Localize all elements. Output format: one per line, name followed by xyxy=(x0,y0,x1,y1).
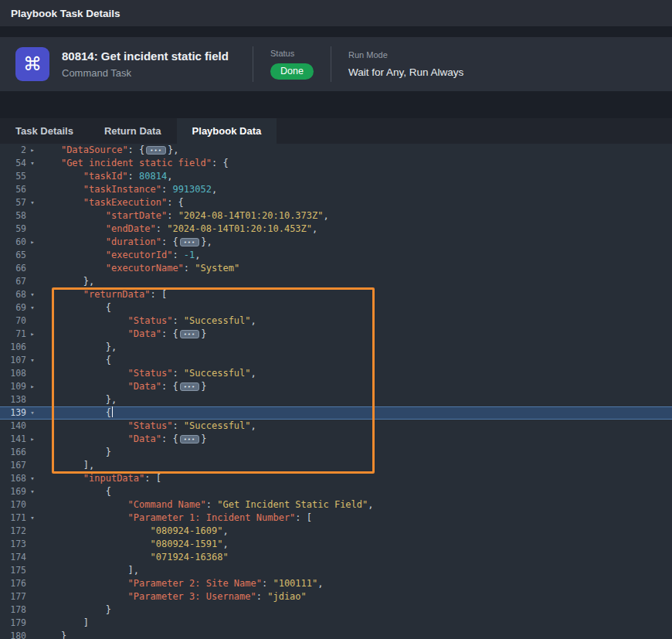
line-number: 109 xyxy=(0,380,26,393)
fold-toggle-icon[interactable]: ▾ xyxy=(26,157,39,170)
code-line-179[interactable]: 179 ] xyxy=(0,617,672,630)
line-number: 68 xyxy=(0,288,26,301)
code-line-138[interactable]: 138 }, xyxy=(0,393,672,406)
collapsed-region-badge[interactable]: ••• xyxy=(146,146,166,155)
status-section: Status Done xyxy=(270,49,314,80)
line-number: 71 xyxy=(0,328,26,341)
code-line-58[interactable]: 58 "startDate": "2024-08-14T01:20:10.373… xyxy=(0,209,672,223)
line-text: }, xyxy=(39,341,672,354)
line-number: 69 xyxy=(0,301,26,314)
line-number: 54 xyxy=(0,157,26,170)
line-number: 169 xyxy=(0,485,26,498)
code-line-176[interactable]: 176 "Parameter 2: Site Name": "100111", xyxy=(0,577,672,590)
line-text: "Get incident static field": { xyxy=(39,157,672,170)
code-line-60[interactable]: 60▸ "duration": {•••}, xyxy=(0,236,672,249)
line-text: "Status": "Successful", xyxy=(39,314,672,328)
code-line-173[interactable]: 173 "080924-1591", xyxy=(0,538,672,551)
line-text: "080924-1609", xyxy=(39,525,672,538)
status-label: Status xyxy=(270,49,314,58)
line-text: "080924-1591", xyxy=(39,538,672,551)
code-line-67[interactable]: 67 }, xyxy=(0,275,672,288)
line-number: 141 xyxy=(0,433,26,446)
fold-spacer xyxy=(26,630,39,639)
code-line-177[interactable]: 177 "Parameter 3: Username": "jdiao" xyxy=(0,590,672,603)
code-line-166[interactable]: 166 } xyxy=(0,446,672,459)
fold-toggle-icon[interactable]: ▾ xyxy=(26,472,39,485)
fold-toggle-icon[interactable]: ▾ xyxy=(26,196,39,209)
fold-toggle-icon[interactable]: ▾ xyxy=(26,512,39,525)
command-task-icon: ⌘ xyxy=(15,47,49,81)
json-editor[interactable]: 2▸ "DataSource": {•••},54▾ "Get incident… xyxy=(0,144,672,639)
task-type-label: Command Task xyxy=(62,67,236,79)
fold-toggle-icon[interactable]: ▾ xyxy=(26,406,39,420)
fold-toggle-icon[interactable]: ▾ xyxy=(26,301,39,314)
code-line-70[interactable]: 70 "Status": "Successful", xyxy=(0,314,672,328)
task-title: 80814: Get incident static field xyxy=(62,49,236,63)
line-number: 107 xyxy=(0,354,26,367)
code-line-109[interactable]: 109▸ "Data": {•••} xyxy=(0,380,672,393)
code-line-172[interactable]: 172 "080924-1609", xyxy=(0,525,672,538)
code-line-68[interactable]: 68▾ "returnData": [ xyxy=(0,288,672,301)
code-line-171[interactable]: 171▾ "Parameter 1: Incident Number": [ xyxy=(0,512,672,525)
fold-toggle-icon[interactable]: ▸ xyxy=(26,433,39,446)
fold-spacer xyxy=(26,590,39,603)
code-line-178[interactable]: 178 } xyxy=(0,603,672,617)
fold-toggle-icon[interactable]: ▾ xyxy=(26,354,39,367)
collapsed-region-badge[interactable]: ••• xyxy=(180,435,200,444)
line-number: 70 xyxy=(0,314,26,328)
line-text: ], xyxy=(39,564,672,577)
line-number: 138 xyxy=(0,393,26,406)
code-line-168[interactable]: 168▾ "inputData": [ xyxy=(0,472,672,485)
divider xyxy=(331,46,331,82)
code-line-2[interactable]: 2▸ "DataSource": {•••}, xyxy=(0,144,672,157)
code-line-170[interactable]: 170 "Command Name": "Get Incident Static… xyxy=(0,498,672,512)
code-line-65[interactable]: 65 "executorId": -1, xyxy=(0,249,672,262)
collapsed-region-badge[interactable]: ••• xyxy=(180,238,200,246)
line-text: "Parameter 2: Site Name": "100111", xyxy=(39,577,672,590)
code-line-57[interactable]: 57▾ "taskExecution": { xyxy=(0,196,672,209)
fold-toggle-icon[interactable]: ▸ xyxy=(26,144,39,157)
fold-spacer xyxy=(26,223,39,236)
code-line-56[interactable]: 56 "taskInstance": 9913052, xyxy=(0,183,672,196)
code-lines: 2▸ "DataSource": {•••},54▾ "Get incident… xyxy=(0,144,672,639)
code-line-139[interactable]: 139▾ { xyxy=(0,406,672,420)
line-text: "startDate": "2024-08-14T01:20:10.373Z", xyxy=(39,209,672,223)
code-line-107[interactable]: 107▾ { xyxy=(0,354,672,367)
code-line-169[interactable]: 169▾ { xyxy=(0,485,672,498)
code-line-55[interactable]: 55 "taskId": 80814, xyxy=(0,170,672,183)
code-line-141[interactable]: 141▸ "Data": {•••} xyxy=(0,433,672,446)
fold-toggle-icon[interactable]: ▾ xyxy=(26,288,39,301)
code-line-106[interactable]: 106 }, xyxy=(0,341,672,354)
page-title: Playbook Task Details xyxy=(11,8,120,19)
code-line-175[interactable]: 175 ], xyxy=(0,564,672,577)
line-text: }, xyxy=(39,275,672,288)
fold-spacer xyxy=(26,249,39,262)
code-line-71[interactable]: 71▸ "Data": {•••} xyxy=(0,328,672,341)
code-line-54[interactable]: 54▾ "Get incident static field": { xyxy=(0,157,672,170)
code-line-69[interactable]: 69▾ { xyxy=(0,301,672,314)
task-title-block: 80814: Get incident static field Command… xyxy=(62,49,236,79)
line-text: } xyxy=(39,603,672,617)
code-line-66[interactable]: 66 "executorName": "System" xyxy=(0,262,672,275)
line-number: 180 xyxy=(0,630,26,639)
fold-spacer xyxy=(26,393,39,406)
collapsed-region-badge[interactable]: ••• xyxy=(180,382,200,391)
code-line-167[interactable]: 167 ], xyxy=(0,459,672,472)
tab-return-data[interactable]: Return Data xyxy=(89,118,177,144)
code-line-59[interactable]: 59 "endDate": "2024-08-14T01:20:10.453Z"… xyxy=(0,223,672,236)
collapsed-region-badge[interactable]: ••• xyxy=(180,330,200,338)
fold-toggle-icon[interactable]: ▸ xyxy=(26,380,39,393)
tab-playbook-data[interactable]: Playbook Data xyxy=(177,118,277,144)
tab-task-details[interactable]: Task Details xyxy=(0,118,89,144)
fold-toggle-icon[interactable]: ▾ xyxy=(26,485,39,498)
code-line-174[interactable]: 174 "071924-16368" xyxy=(0,551,672,564)
fold-toggle-icon[interactable]: ▸ xyxy=(26,328,39,341)
fold-toggle-icon[interactable]: ▸ xyxy=(26,236,39,249)
line-text: { xyxy=(39,485,672,498)
code-line-180[interactable]: 180 } xyxy=(0,630,672,639)
code-line-140[interactable]: 140 "Status": "Successful", xyxy=(0,420,672,433)
code-line-108[interactable]: 108 "Status": "Successful", xyxy=(0,367,672,380)
line-text: "Data": {•••} xyxy=(39,433,672,446)
line-text: { xyxy=(39,301,672,314)
line-text: "Command Name": "Get Incident Static Fie… xyxy=(39,498,672,512)
